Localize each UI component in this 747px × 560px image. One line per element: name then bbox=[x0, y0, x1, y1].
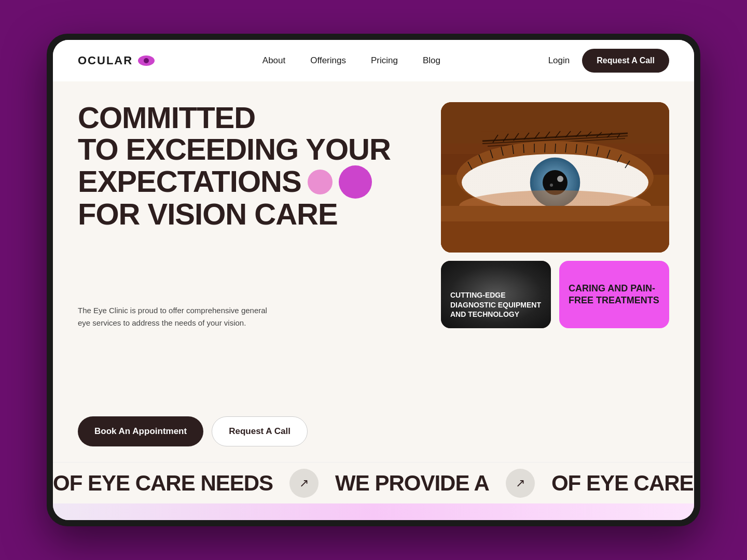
request-call-hero-button[interactable]: Request A Call bbox=[212, 416, 308, 446]
svg-rect-48 bbox=[441, 102, 669, 253]
nav-about[interactable]: About bbox=[262, 55, 285, 66]
pink-blob-small bbox=[308, 170, 333, 194]
card-treatments-text: CARING AND PAIN-FREE TREATMENTS bbox=[569, 283, 660, 307]
marquee-section: OF EYE CARE NEEDS ↗ WE PROVIDE A ↗ OF EY… bbox=[53, 462, 694, 503]
nav-offerings[interactable]: Offerings bbox=[310, 55, 346, 66]
pink-blob-large bbox=[339, 165, 372, 199]
hero-headline-line2: TO EXCEEDING YOUR bbox=[78, 134, 420, 165]
hero-headline-line1: COMMITTED bbox=[78, 102, 420, 134]
hero-left: COMMITTED TO EXCEEDING YOUR EXPECTATIONS… bbox=[78, 102, 420, 452]
book-appointment-button[interactable]: Book An Appointment bbox=[78, 416, 203, 446]
tablet-screen: OCULAR About Offerings Pricing Blog Logi… bbox=[53, 40, 694, 520]
eye-photo bbox=[441, 102, 669, 253]
nav-pricing[interactable]: Pricing bbox=[371, 55, 398, 66]
login-button[interactable]: Login bbox=[548, 55, 570, 66]
marquee-text-1: OF EYE CARE NEEDS bbox=[53, 471, 273, 496]
navbar: OCULAR About Offerings Pricing Blog Logi… bbox=[53, 40, 694, 81]
marquee-content: OF EYE CARE NEEDS ↗ WE PROVIDE A ↗ OF EY… bbox=[53, 469, 694, 498]
hero-section: COMMITTED TO EXCEEDING YOUR EXPECTATIONS… bbox=[53, 81, 694, 462]
hero-headline-line3: EXPECTATIONS bbox=[78, 166, 301, 198]
marquee-text-3: OF EYE CARE NEEDS bbox=[551, 471, 694, 496]
marquee-arrow-icon: ↗ bbox=[289, 469, 319, 498]
marquee-arrow-icon-2: ↗ bbox=[506, 469, 535, 498]
hero-headline-line3-row: EXPECTATIONS bbox=[78, 165, 420, 199]
brand-icon bbox=[138, 55, 155, 66]
logo-area: OCULAR bbox=[78, 54, 155, 67]
card-treatments: CARING AND PAIN-FREE TREATMENTS bbox=[559, 261, 669, 328]
request-call-nav-button[interactable]: Request A Call bbox=[582, 49, 669, 73]
marquee-text-2: WE PROVIDE A bbox=[335, 471, 489, 496]
hero-buttons: Book An Appointment Request A Call bbox=[78, 416, 420, 446]
eye-cards-row: CUTTING-EDGE DIAGNOSTIC EQUIPMENT AND TE… bbox=[441, 261, 669, 328]
hero-right: CUTTING-EDGE DIAGNOSTIC EQUIPMENT AND TE… bbox=[441, 102, 669, 452]
hero-description: The Eye Clinic is proud to offer compreh… bbox=[78, 304, 275, 329]
tablet-frame: OCULAR About Offerings Pricing Blog Logi… bbox=[47, 34, 700, 526]
nav-links: About Offerings Pricing Blog bbox=[262, 55, 440, 66]
footer-strip bbox=[53, 503, 694, 520]
nav-actions: Login Request A Call bbox=[548, 49, 669, 73]
hero-headline-line4: FOR VISION CARE bbox=[78, 199, 420, 230]
brand-name: OCULAR bbox=[78, 54, 133, 67]
card-diagnostic-text: CUTTING-EDGE DIAGNOSTIC EQUIPMENT AND TE… bbox=[450, 290, 542, 319]
nav-blog[interactable]: Blog bbox=[423, 55, 440, 66]
hero-headline-block: COMMITTED TO EXCEEDING YOUR EXPECTATIONS… bbox=[78, 102, 420, 230]
card-diagnostic: CUTTING-EDGE DIAGNOSTIC EQUIPMENT AND TE… bbox=[441, 261, 551, 328]
